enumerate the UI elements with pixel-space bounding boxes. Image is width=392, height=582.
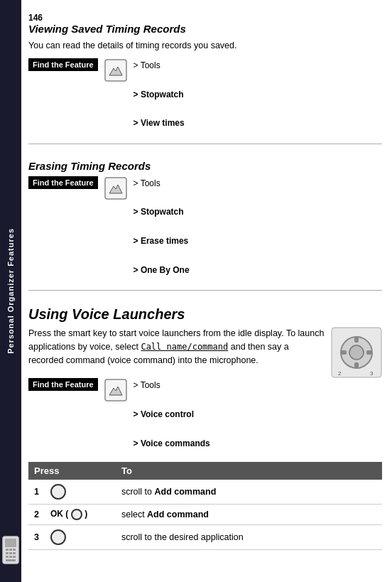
row-action-2: OK ( ) — [45, 505, 116, 525]
section2-find-feature-menu: > Tools > Stopwatch > Erase times > One … — [134, 176, 190, 278]
row-desc-2: select Add command — [116, 505, 382, 525]
inline-code: Call name/command — [141, 342, 228, 352]
section1-find-feature-menu: > Tools > Stopwatch > View times — [134, 58, 185, 131]
menu-item-1-3: > View times — [134, 116, 185, 130]
row-action-3 — [45, 525, 116, 550]
row-num-1: 1 — [28, 480, 45, 505]
menu-item-2-3: > Erase times — [134, 234, 190, 248]
svg-rect-20 — [366, 350, 372, 355]
ok-label-close: ) — [85, 510, 87, 519]
svg-rect-11 — [6, 559, 16, 561]
sidebar-label: Personal Organizer Features — [6, 228, 15, 354]
voice-section-row: Press the smart key to start voice launc… — [28, 327, 382, 378]
svg-rect-1 — [5, 539, 16, 547]
menu-item-2-2: > Stopwatch — [134, 205, 190, 219]
svg-rect-17 — [354, 337, 359, 343]
bold-text-1: Add command — [155, 487, 217, 497]
svg-rect-3 — [9, 549, 12, 551]
row-desc-3: scroll to the desired application — [116, 525, 382, 550]
menu-item-2-1: > Tools — [134, 176, 190, 190]
svg-rect-19 — [341, 350, 347, 355]
menu-item-3-2: > Voice control — [134, 407, 210, 421]
svg-point-16 — [349, 345, 364, 360]
svg-rect-2 — [6, 549, 9, 551]
section2-find-feature-label: Find the Feature — [28, 176, 98, 189]
svg-text:2: 2 — [338, 370, 342, 377]
voice-text-col: Press the smart key to start voice launc… — [28, 327, 325, 372]
svg-rect-7 — [13, 552, 16, 554]
row-action-1 — [45, 480, 116, 505]
circle-button-2[interactable] — [71, 509, 82, 520]
device-nav-image: 2 3 — [331, 327, 382, 378]
row-num-3: 3 — [28, 525, 45, 550]
device-icon — [1, 536, 21, 568]
section3-title: Using Voice Launchers — [28, 306, 382, 323]
section1-title: Viewing Saved Timing Records — [28, 23, 382, 35]
svg-rect-4 — [13, 549, 16, 551]
table-row: 3 scroll to the desired application — [28, 525, 382, 550]
svg-rect-9 — [9, 556, 12, 558]
main-content: 146 Viewing Saved Timing Records You can… — [21, 0, 392, 582]
section1-find-feature-label: Find the Feature — [28, 58, 98, 71]
section2-title: Erasing Timing Records — [28, 160, 382, 172]
action-table: Press To 1 scroll to Add command 2 OK ( — [28, 462, 382, 550]
section3-gap: Using Voice Launchers — [28, 306, 382, 327]
col-header-to: To — [116, 462, 382, 480]
section3-find-feature-menu: > Tools > Voice control > Voice commands — [134, 378, 210, 451]
row-desc-1: scroll to Add command — [116, 480, 382, 505]
table-row: 2 OK ( ) select Add command — [28, 505, 382, 525]
table-header-row: Press To — [28, 462, 382, 480]
menu-item-3-3: > Voice commands — [134, 436, 210, 451]
menu-item-1-1: > Tools — [134, 58, 185, 72]
svg-rect-10 — [13, 556, 16, 558]
left-sidebar: Personal Organizer Features — [0, 0, 21, 582]
circle-button-3[interactable] — [50, 529, 66, 545]
bold-text-2: Add command — [147, 510, 209, 519]
ok-label: OK ( — [50, 510, 68, 519]
section2-gap: Erasing Timing Records — [28, 160, 382, 176]
menu-item-2-4: > One By One — [134, 263, 190, 277]
svg-text:3: 3 — [370, 370, 374, 377]
menu-item-1-2: > Stopwatch — [134, 87, 185, 102]
divider-1 — [28, 144, 382, 144]
section1-find-feature: Find the Feature > Tools > Stopwatch > V… — [28, 58, 382, 131]
section3-find-feature: Find the Feature > Tools > Voice control… — [28, 378, 382, 451]
section3-find-feature-label: Find the Feature — [28, 378, 98, 391]
svg-rect-6 — [9, 552, 12, 554]
find-feature-icon-1 — [104, 58, 128, 82]
svg-rect-5 — [6, 552, 9, 554]
col-header-press: Press — [28, 462, 116, 480]
menu-item-3-1: > Tools — [134, 378, 210, 392]
section3-body: Press the smart key to start voice launc… — [28, 327, 325, 367]
svg-rect-8 — [6, 556, 9, 558]
table-row: 1 scroll to Add command — [28, 480, 382, 505]
page-number: 146 — [28, 13, 382, 23]
divider-2 — [28, 290, 382, 291]
find-feature-icon-3 — [104, 378, 128, 402]
circle-button-1[interactable] — [50, 484, 66, 500]
section1-body: You can read the details of timing recor… — [28, 39, 382, 53]
row-num-2: 2 — [28, 505, 45, 525]
svg-rect-18 — [354, 362, 359, 368]
section2-find-feature: Find the Feature > Tools > Stopwatch > E… — [28, 176, 382, 278]
find-feature-icon-2 — [104, 176, 128, 200]
